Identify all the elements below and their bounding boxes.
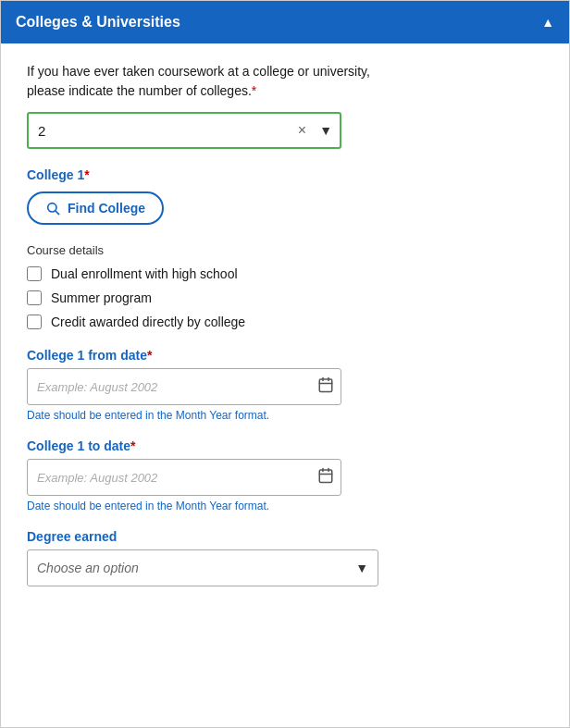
college1-label: College 1* [27, 167, 543, 182]
from-date-label: College 1 from date* [27, 348, 543, 363]
summer-program-checkbox[interactable] [27, 290, 42, 305]
to-date-input-wrapper [27, 459, 341, 496]
degree-earned-group: Degree earned Choose an option ▼ [27, 529, 543, 586]
course-details-group: Course details Dual enrollment with high… [27, 243, 543, 329]
dual-enrollment-checkbox[interactable] [27, 266, 42, 281]
checkbox-summer-program[interactable]: Summer program [27, 290, 543, 305]
instruction-text: If you have ever taken coursework at a c… [27, 62, 543, 101]
course-details-label: Course details [27, 243, 543, 257]
to-date-hint: Date should be entered in the Month Year… [27, 500, 543, 512]
from-date-input-wrapper [27, 368, 341, 405]
required-marker: * [252, 83, 256, 98]
number-of-colleges-select[interactable]: 2 × ▼ [27, 112, 341, 149]
from-date-group: College 1 from date* Date should be ente… [27, 348, 543, 422]
section-header: Colleges & Universities ▲ [1, 1, 569, 43]
degree-dropdown-arrow[interactable]: ▼ [346, 561, 378, 575]
from-date-input[interactable] [27, 368, 341, 405]
degree-placeholder: Choose an option [28, 561, 346, 575]
checkbox-group: Dual enrollment with high school Summer … [27, 266, 543, 329]
select-clear-button[interactable]: × [292, 122, 312, 139]
credit-awarded-checkbox[interactable] [27, 315, 42, 329]
content-area: If you have ever taken coursework at a c… [1, 43, 569, 622]
to-date-label: College 1 to date* [27, 438, 543, 453]
find-college-button[interactable]: Find College [27, 191, 164, 225]
from-date-hint: Date should be entered in the Month Year… [27, 409, 543, 422]
search-icon [45, 201, 60, 216]
svg-line-1 [56, 211, 59, 215]
collapse-icon[interactable]: ▲ [541, 15, 554, 30]
select-value: 2 [29, 123, 292, 139]
to-date-group: College 1 to date* Date should be entere… [27, 438, 543, 512]
degree-earned-select[interactable]: Choose an option ▼ [27, 549, 378, 586]
degree-earned-label: Degree earned [27, 529, 543, 544]
page-container: Colleges & Universities ▲ If you have ev… [0, 0, 570, 728]
section-title: Colleges & Universities [16, 14, 180, 31]
checkbox-dual-enrollment[interactable]: Dual enrollment with high school [27, 266, 543, 281]
college1-required: * [84, 167, 89, 182]
to-date-input[interactable] [27, 459, 341, 496]
checkbox-credit-awarded[interactable]: Credit awarded directly by college [27, 315, 543, 329]
select-dropdown-arrow[interactable]: ▼ [312, 123, 340, 138]
